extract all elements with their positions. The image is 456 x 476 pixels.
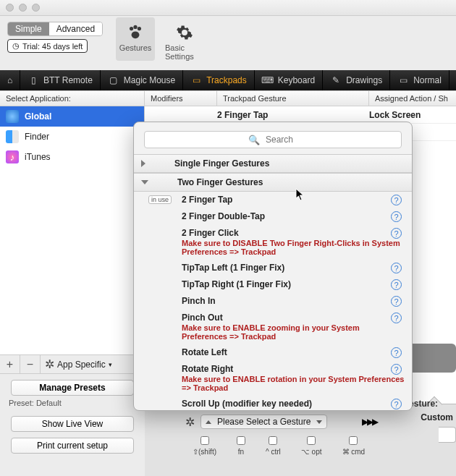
mod-ctrl-checkbox[interactable] bbox=[269, 436, 277, 445]
gesture-config-panel: Touchpad Gesture: ✲ Please Select a Gest… bbox=[145, 404, 456, 476]
tab-wifi-icon[interactable]: ⌂ bbox=[0, 70, 20, 90]
sidebar-label-itunes: iTunes bbox=[25, 152, 51, 162]
tab-keyboard-label: Keyboard bbox=[278, 75, 315, 85]
gesture-title: Pinch Out bbox=[182, 313, 405, 323]
sidebar-item-finder[interactable]: Finder bbox=[0, 127, 144, 147]
disclosure-right-icon bbox=[141, 160, 145, 167]
sidebar-item-global[interactable]: Global bbox=[0, 106, 144, 127]
tab-btt-remote[interactable]: ▯ BTT Remote bbox=[20, 70, 101, 90]
group-two-label: Two Finger Gestures bbox=[177, 177, 263, 187]
gesture-item-pinch-in[interactable]: Pinch In ? bbox=[134, 293, 412, 310]
group-two-finger[interactable]: Two Finger Gestures bbox=[134, 173, 412, 192]
gesture-list[interactable]: in use 2 Finger Tap ? 2 Finger Double-Ta… bbox=[134, 192, 412, 411]
show-live-view-button[interactable]: Show Live View bbox=[11, 416, 134, 432]
mode-simple[interactable]: Simple bbox=[8, 22, 49, 35]
traffic-minimize[interactable] bbox=[19, 4, 27, 12]
tab-normal[interactable]: ▭ Normal bbox=[390, 70, 449, 90]
sidebar-item-itunes[interactable]: ♪ iTunes bbox=[0, 147, 144, 167]
col-modifiers[interactable]: Modifiers bbox=[145, 91, 217, 106]
gesture-item-tiptap-right[interactable]: TipTap Right (1 Finger Fix) ? bbox=[134, 276, 412, 293]
mode-segmented[interactable]: Simple Advanced bbox=[7, 22, 103, 36]
col-action[interactable]: Assigned Action / Sh bbox=[369, 91, 456, 106]
mod-shift-label: ⇧(shift) bbox=[193, 448, 216, 456]
help-icon[interactable]: ? bbox=[391, 279, 402, 290]
gesture-title: 2 Finger Tap bbox=[182, 195, 405, 205]
paw-icon bbox=[124, 22, 146, 43]
help-icon[interactable]: ? bbox=[391, 296, 402, 307]
wifi-icon: ⌂ bbox=[7, 75, 12, 85]
help-icon[interactable]: ? bbox=[391, 211, 402, 222]
custom-label: Custom bbox=[421, 412, 453, 422]
gesture-item-rotate-right[interactable]: Rotate Right Make sure to ENABLE rotatio… bbox=[134, 361, 412, 396]
trackpad-icon: ▭ bbox=[190, 75, 202, 86]
mod-shift-checkbox[interactable] bbox=[200, 436, 209, 445]
finder-icon bbox=[6, 130, 19, 143]
mod-ctrl-label: ^ ctrl bbox=[266, 448, 281, 456]
gesture-title: 2 Finger Double-Tap bbox=[182, 211, 405, 221]
gesture-item-2finger-click[interactable]: 2 Finger Click Make sure to DISABLE Two … bbox=[134, 225, 412, 260]
group-single-finger[interactable]: Single Finger Gestures bbox=[134, 154, 412, 173]
mod-fn-label: fn bbox=[238, 448, 244, 456]
mod-opt-checkbox[interactable] bbox=[307, 436, 316, 445]
help-icon[interactable]: ? bbox=[391, 195, 402, 205]
gesture-item-pinch-out[interactable]: Pinch Out Make sure to ENABLE zooming in… bbox=[134, 310, 412, 344]
app-specific-dropdown[interactable]: ✲ App Specific ▾ bbox=[41, 357, 145, 371]
traffic-close[interactable] bbox=[6, 4, 14, 12]
mouse-icon: ▢ bbox=[108, 75, 119, 86]
gesture-select-dropdown[interactable]: Please Select a Gesture bbox=[200, 415, 327, 429]
disclosure-down-icon bbox=[141, 180, 148, 184]
preset-label: Preset: Default bbox=[0, 399, 145, 410]
cursor-icon: ▭ bbox=[397, 75, 409, 86]
sidebar-label-finder: Finder bbox=[25, 132, 49, 142]
tab-trackpads[interactable]: ▭ Trackpads bbox=[183, 70, 255, 90]
row-gesture: 2 Finger Tap bbox=[217, 110, 369, 120]
help-icon[interactable]: ? bbox=[391, 263, 402, 273]
custom-input[interactable] bbox=[439, 427, 456, 443]
col-gesture[interactable]: Trackpad Gesture bbox=[217, 91, 369, 106]
help-icon[interactable]: ? bbox=[391, 364, 402, 375]
remove-app-button[interactable]: − bbox=[20, 355, 41, 373]
gesture-item-scroll-up[interactable]: Scroll Up (modifier key needed) ? bbox=[134, 396, 412, 411]
toolbar-gestures-label: Gestures bbox=[119, 43, 152, 52]
gesture-title: 2 Finger Click bbox=[182, 228, 405, 238]
tab-drawings-label: Drawings bbox=[346, 75, 382, 85]
gesture-warning: Make sure to ENABLE zooming in your Syst… bbox=[182, 323, 405, 341]
chevron-down-icon: ▾ bbox=[109, 361, 112, 368]
gesture-item-2finger-tap[interactable]: in use 2 Finger Tap ? bbox=[134, 192, 412, 208]
tab-keyboard[interactable]: ⌨ Keyboard bbox=[255, 70, 323, 90]
toolbar-basic-label: Basic Settings bbox=[165, 43, 204, 61]
traffic-zoom[interactable] bbox=[32, 4, 40, 12]
tab-basic-settings[interactable]: Basic Settings bbox=[165, 17, 204, 61]
gesture-item-tiptap-left[interactable]: TipTap Left (1 Finger Fix) ? bbox=[134, 260, 412, 276]
help-icon[interactable]: ? bbox=[391, 228, 402, 239]
tab-gestures-toolbar[interactable]: Gestures bbox=[116, 17, 155, 61]
gesture-item-2finger-dbltap[interactable]: 2 Finger Double-Tap ? bbox=[134, 208, 412, 225]
mod-cmd-checkbox[interactable] bbox=[349, 436, 358, 445]
gear-icon[interactable]: ✲ bbox=[185, 415, 195, 429]
gesture-title: Rotate Right bbox=[182, 364, 405, 374]
keyboard-icon: ⌨ bbox=[262, 75, 274, 86]
mod-cmd-label: ⌘ cmd bbox=[342, 448, 366, 456]
tab-magic-label: Magic Mouse bbox=[124, 75, 175, 85]
in-use-badge: in use bbox=[148, 195, 172, 204]
gesture-warning: Make sure to DISABLE Two Finger Right-Cl… bbox=[182, 239, 405, 256]
help-icon[interactable]: ? bbox=[391, 347, 402, 358]
gesture-item-rotate-left[interactable]: Rotate Left ? bbox=[134, 344, 412, 361]
add-app-button[interactable]: + bbox=[0, 355, 20, 373]
play-icon: ▶▶▶ bbox=[362, 417, 377, 427]
right-panel-shadow bbox=[408, 344, 456, 373]
tab-trackpads-label: Trackpads bbox=[206, 75, 247, 85]
mode-advanced[interactable]: Advanced bbox=[49, 22, 102, 35]
search-input[interactable] bbox=[144, 131, 402, 148]
print-setup-button[interactable]: Print current setup bbox=[11, 438, 134, 454]
mod-fn-checkbox[interactable] bbox=[237, 436, 245, 445]
manage-presets-button[interactable]: Manage Presets bbox=[11, 380, 134, 396]
svg-point-1 bbox=[133, 25, 137, 29]
help-icon[interactable]: ? bbox=[391, 313, 402, 323]
tab-drawings[interactable]: ✎ Drawings bbox=[323, 70, 390, 90]
mod-opt-label: ⌥ opt bbox=[301, 448, 322, 456]
trial-badge[interactable]: ◷ Trial: 45 days left bbox=[7, 39, 88, 53]
help-icon[interactable]: ? bbox=[391, 399, 402, 409]
tab-magic-mouse[interactable]: ▢ Magic Mouse bbox=[101, 70, 183, 90]
gesture-popover: 🔍 Single Finger Gestures Two Finger Gest… bbox=[133, 122, 413, 411]
